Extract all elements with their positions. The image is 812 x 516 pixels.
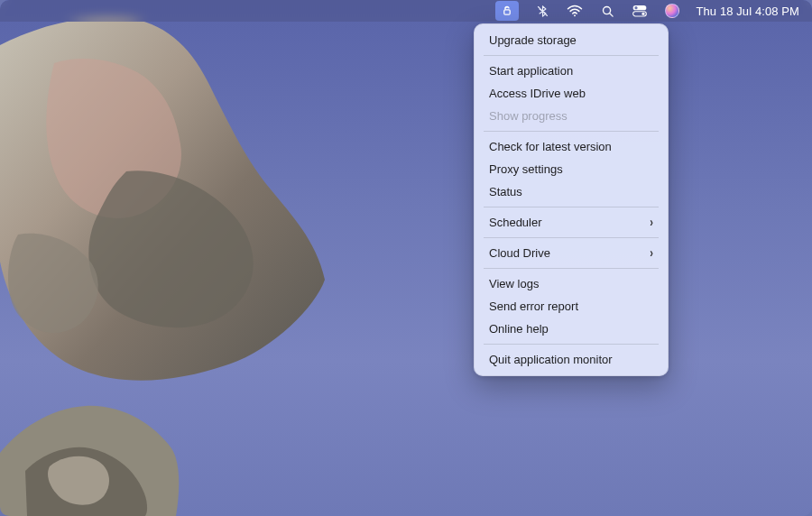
wifi-icon[interactable] — [566, 2, 584, 20]
menu-bar-clock[interactable]: Thu 18 Jul 4:08 PM — [696, 5, 799, 18]
menu-item-label: Access IDrive web — [489, 86, 586, 101]
menu-item[interactable]: Online help — [475, 318, 668, 340]
menu-item[interactable]: Cloud Drive› — [475, 242, 668, 264]
menu-item[interactable]: Check for latest version — [475, 135, 668, 158]
siri-icon[interactable] — [663, 2, 681, 20]
menu-item-label: Online help — [489, 321, 549, 336]
menu-item-label: Quit application monitor — [489, 352, 613, 367]
svg-point-8 — [642, 13, 645, 15]
menu-bar: Thu 18 Jul 4:08 PM — [0, 0, 812, 22]
menu-item-label: Cloud Drive — [489, 245, 550, 261]
menu-separator — [484, 344, 659, 345]
menu-separator — [484, 55, 659, 56]
menu-item-label: Status — [489, 184, 522, 199]
menu-item[interactable]: Start application — [475, 60, 668, 82]
svg-line-4 — [610, 14, 613, 16]
svg-point-7 — [635, 6, 638, 9]
menu-item-label: Start application — [489, 63, 573, 78]
menu-item[interactable]: Proxy settings — [475, 158, 668, 180]
menu-item-label: Send error report — [489, 299, 578, 314]
menu-item[interactable]: Status — [475, 180, 668, 203]
menu-item-label: Upgrade storage — [489, 32, 577, 48]
menu-item-label: Scheduler — [489, 215, 542, 230]
menu-separator — [484, 131, 659, 132]
menu-item-label: Check for latest version — [489, 139, 612, 154]
menu-item[interactable]: View logs — [475, 272, 668, 295]
menu-item-label: Show progress — [489, 108, 567, 124]
menu-separator — [484, 237, 659, 238]
menu-item[interactable]: Upgrade storage — [475, 29, 668, 51]
idrive-menu-dropdown: Upgrade storageStart applicationAccess I… — [474, 23, 669, 376]
menu-item[interactable]: Send error report — [475, 295, 668, 318]
menu-item-label: Proxy settings — [489, 161, 563, 177]
control-center-icon[interactable] — [631, 2, 649, 20]
svg-point-2 — [574, 14, 576, 16]
idrive-menubar-icon[interactable] — [495, 1, 519, 21]
menu-item[interactable]: Access IDrive web — [475, 82, 668, 105]
menu-item[interactable]: Scheduler› — [475, 211, 668, 234]
chevron-right-icon: › — [650, 212, 653, 232]
bluetooth-off-icon[interactable] — [533, 2, 551, 20]
menu-item[interactable]: Quit application monitor — [475, 348, 668, 371]
chevron-right-icon: › — [650, 243, 653, 263]
menu-item: Show progress — [475, 105, 668, 127]
menu-separator — [484, 207, 659, 207]
wallpaper-rock-large — [0, 9, 325, 388]
menu-item-label: View logs — [489, 276, 539, 291]
svg-point-3 — [603, 6, 610, 14]
menu-separator — [484, 268, 659, 269]
spotlight-search-icon[interactable] — [598, 2, 616, 20]
wallpaper-rock-small — [0, 381, 180, 516]
svg-rect-0 — [504, 10, 510, 14]
